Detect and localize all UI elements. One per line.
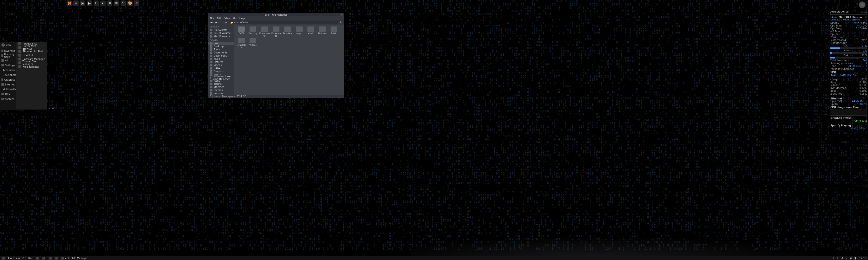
app-thunderbird-mail[interactable]: Thunderbird Mail [17, 49, 47, 53]
sidebar-place[interactable]: scripts [208, 82, 234, 85]
sidebar-label: Pictures [214, 61, 223, 63]
metric-key: conky [830, 78, 837, 81]
menu-file[interactable]: File [210, 17, 214, 20]
category-development[interactable]: Development [0, 72, 17, 77]
start-button[interactable] [1, 256, 6, 260]
tray-volume-icon[interactable]: 🔊 [849, 257, 852, 260]
launcher-reload[interactable]: ↻ [94, 0, 99, 6]
nav-forward-button[interactable]: → [214, 21, 218, 25]
show-desktop-button[interactable] [35, 256, 40, 260]
nav-back-button[interactable]: ← [210, 21, 213, 25]
menu-edit[interactable]: Edit [217, 17, 222, 20]
sidebar-label: 76 GB Volume [214, 35, 231, 38]
conky-bar-row: Mem3% [830, 49, 867, 54]
launcher-sublime[interactable]: S [121, 0, 126, 6]
app-hexchat[interactable]: HexChat [17, 53, 47, 57]
sidebar-label: Trash [214, 48, 220, 51]
sidebar-place[interactable]: Videos [208, 64, 234, 67]
sidebar-place[interactable]: Downloads [208, 54, 234, 57]
file-item[interactable]: Insync [294, 27, 305, 37]
file-item[interactable]: Desktop [248, 27, 258, 37]
category-settings[interactable]: Settings [0, 63, 17, 68]
power-icon[interactable]: ⏻ [52, 106, 54, 109]
taskbar-clock[interactable]: 17:10 [858, 257, 867, 260]
folder-icon [210, 54, 212, 57]
category-all[interactable]: All [0, 58, 17, 63]
category-internet[interactable]: Internet [0, 82, 17, 87]
app-firefox-web-browser[interactable]: Firefox Web Browser [17, 45, 47, 49]
launcher-terminal[interactable]: ▣ [80, 0, 85, 6]
sidebar-place[interactable]: Ultimate-Linux-Mint-18.1-Xfce [208, 76, 234, 79]
conky-row: sublime0,23% [830, 83, 867, 86]
tray-network-icon[interactable]: ⇵ [841, 257, 844, 260]
sidebar-place[interactable]: Music [208, 57, 234, 61]
tray-update-icon[interactable]: ✓ [845, 257, 848, 260]
sidebar-place[interactable]: Trash [208, 48, 234, 51]
file-item[interactable]: Dropbox [282, 27, 293, 37]
launcher-video[interactable]: ▶ [87, 0, 92, 6]
file-manager-content[interactable]: DATADesktopDocumentsDownloadsDropboxInsy… [234, 25, 344, 95]
nav-home-button[interactable]: ⌂ [224, 21, 228, 25]
launcher-spotify[interactable]: ♪ [134, 0, 140, 6]
sidebar-place[interactable]: themes [208, 88, 234, 92]
category-accessories[interactable]: Accessories [0, 68, 17, 72]
launcher-firefox[interactable]: 🦊 [66, 0, 72, 6]
logout-icon[interactable]: ⎋ [49, 106, 50, 109]
maximize-button[interactable]: ▢ [337, 13, 339, 16]
taskbar-launcher-terminal[interactable] [41, 256, 46, 260]
menu-go[interactable]: Go [233, 17, 237, 20]
category-multimedia[interactable]: Multimedia [0, 87, 17, 92]
path-bar[interactable]: 📁 /home/erik/ [229, 21, 338, 24]
tray-dropbox-icon[interactable]: ⇅ [832, 257, 835, 260]
category-graphics[interactable]: Graphics [0, 77, 17, 82]
file-item[interactable]: Public [329, 27, 339, 37]
category-favorites[interactable]: Favorites [0, 48, 17, 53]
start-menu-user[interactable]: erik [0, 42, 17, 48]
file-item[interactable]: Documents [259, 27, 270, 37]
app-thunar-file-manager[interactable]: Thunar File Manager [17, 61, 47, 65]
file-item[interactable]: Videos [248, 38, 258, 49]
file-item[interactable]: Music [306, 27, 316, 37]
launcher-eye[interactable]: 👁 [114, 0, 119, 6]
sidebar-place[interactable]: DATA [208, 67, 234, 70]
nav-up-button[interactable]: ↑ [219, 21, 223, 25]
sidebar-place[interactable]: erik [208, 42, 234, 45]
taskbar-launcher-files[interactable] [48, 256, 53, 260]
taskbar-launcher-browser[interactable] [54, 256, 59, 260]
menu-help[interactable]: Help [240, 17, 245, 20]
file-item[interactable]: Downloads [271, 27, 281, 37]
file-item[interactable]: DATA [236, 27, 247, 37]
category-office[interactable]: Office [0, 92, 17, 97]
sidebar-device[interactable]: File System [208, 28, 234, 32]
launcher-files[interactable]: 🗎 [107, 0, 112, 6]
sidebar-place[interactable]: xthemes [208, 85, 234, 88]
sidebar-device[interactable]: 76 GB Volume [208, 35, 234, 38]
window-titlebar[interactable]: erik - File Manager — ▢ ✕ [208, 13, 344, 16]
metric-value: 0,23% [859, 84, 867, 86]
drive-icon [210, 29, 212, 31]
sidebar-place[interactable]: Dropbox [208, 70, 234, 73]
taskbar-task[interactable]: erik - File Manager [60, 256, 89, 260]
category-label: Favorites [4, 49, 15, 52]
metric-key: dbus [830, 89, 836, 92]
menu-view[interactable]: View [224, 17, 230, 20]
task-icon [61, 257, 64, 260]
path-toggle-button[interactable]: ✎ [339, 21, 343, 25]
sidebar-device[interactable]: 84 GB Volume [208, 32, 234, 35]
launcher-thunderbird[interactable]: ✉ [73, 0, 79, 6]
tray-bluetooth-icon[interactable]: ᛒ [836, 257, 839, 260]
close-button[interactable]: ✕ [341, 13, 343, 16]
file-item[interactable]: Templates [236, 38, 247, 49]
launcher-gimp[interactable]: 🎨 [127, 0, 133, 6]
sidebar-place[interactable]: Pictures [208, 61, 234, 64]
minimize-button[interactable]: — [333, 13, 335, 16]
tray-battery-icon[interactable]: 🔋 [854, 257, 857, 260]
file-item[interactable]: Pictures [317, 27, 328, 37]
category-recently-used[interactable]: Recently Used [0, 53, 17, 58]
sidebar-place[interactable]: Documents [208, 51, 234, 54]
sidebar-place[interactable]: aureola [208, 92, 234, 95]
category-system[interactable]: System [0, 97, 17, 101]
launcher-player[interactable]: ⏵ [100, 0, 105, 6]
conky-version: v2.0.2 [861, 11, 867, 13]
sidebar-place[interactable]: Desktop [208, 45, 234, 48]
